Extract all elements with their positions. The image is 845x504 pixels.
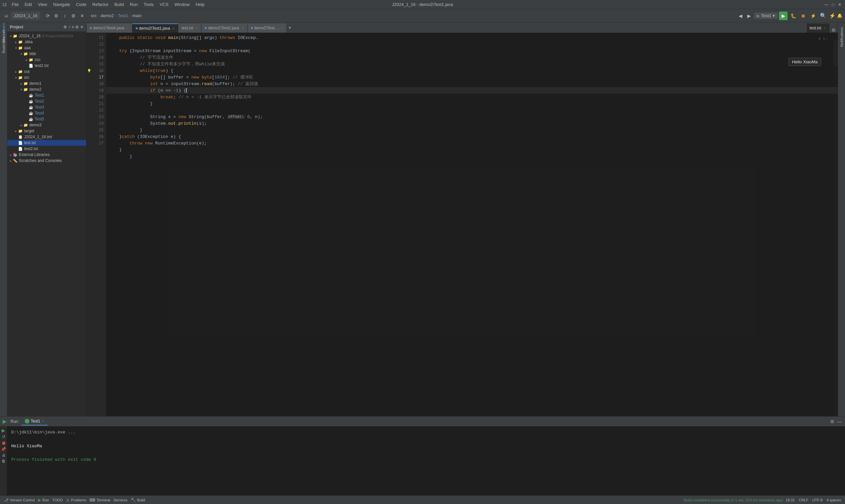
status-terminal[interactable]: ⌨ Terminal (88, 497, 111, 503)
menu-tools[interactable]: Tools (141, 1, 156, 7)
run-tab-close[interactable]: ✕ (41, 419, 44, 423)
project-widget-icon[interactable]: 🗂 (3, 12, 10, 19)
config-icon[interactable]: ⚙ (53, 12, 60, 19)
sync-icon[interactable]: ⟳ (44, 12, 52, 19)
print-icon[interactable]: 🖨 (2, 453, 6, 457)
tree-iml[interactable]: ▸ 📋 J2024_1_16.iml (7, 134, 86, 140)
tree-demo2[interactable]: ▾ 📁 demo2 (7, 86, 86, 92)
breadcrumb-test1[interactable]: Test1 (118, 13, 128, 18)
expand-icon[interactable]: ↕ (61, 12, 69, 19)
tab-test1[interactable]: demo2\Test1.java ✕ (133, 23, 178, 33)
status-indent[interactable]: 4 spaces (825, 498, 842, 503)
filter-icon[interactable]: ≡ (72, 25, 74, 29)
coverage-button[interactable]: ⚡ (809, 12, 817, 20)
sidebar-bookmarks-icon[interactable]: Bookmarks (0, 41, 7, 48)
tree-test4[interactable]: ▸ ☕ Test4 (7, 110, 86, 116)
menu-edit[interactable]: Edit (22, 1, 35, 7)
menu-file[interactable]: File (9, 1, 21, 7)
tab-run-test1[interactable]: Test1 ✕ (21, 418, 48, 426)
tree-src[interactable]: ▾ 📁 src (7, 74, 86, 80)
breadcrumb-src[interactable]: src (91, 13, 97, 18)
tree-test2txt-bbb[interactable]: ▸ 📄 test2.txt (7, 63, 86, 69)
tab-close-testtxt[interactable]: ✕ (195, 26, 198, 30)
menu-help[interactable]: Help (193, 1, 207, 7)
stop-button[interactable]: ⏹ (799, 12, 807, 20)
tree-test2[interactable]: ▸ ☕ Test2 (7, 98, 86, 104)
menu-code[interactable]: Code (73, 1, 89, 7)
power-save-icon[interactable]: ⚡ (829, 13, 836, 19)
tab-close-test4[interactable]: ✕ (126, 26, 129, 30)
tab-close-test1[interactable]: ✕ (172, 27, 175, 30)
status-charset[interactable]: UTF-8 (811, 498, 824, 503)
menu-view[interactable]: View (35, 1, 50, 7)
rerun-icon[interactable]: ↺ (2, 434, 5, 439)
tab-pinned-txt[interactable]: test.txt ✓ (806, 23, 829, 33)
status-run[interactable]: ▶ Run (37, 497, 50, 503)
minimize-button[interactable]: — (824, 2, 829, 7)
code-lines[interactable]: public static void main(String[] args) t… (106, 33, 838, 416)
tree-ext-libs[interactable]: ▸ 📚 External Libraries (7, 152, 86, 158)
menu-navigate[interactable]: Navigate (51, 1, 73, 7)
close-panel-icon[interactable]: ✕ (78, 12, 86, 19)
status-services[interactable]: Services (112, 498, 129, 503)
menu-vcs[interactable]: VCS (157, 1, 171, 7)
gear-icon[interactable]: ⚙ (75, 25, 79, 29)
minimize-panel-icon[interactable]: — (837, 418, 842, 425)
tree-testtxt[interactable]: ▸ 📄 test.txt (7, 140, 86, 146)
run-button[interactable]: ▶ (779, 12, 788, 20)
menu-window[interactable]: Window (172, 1, 192, 7)
stop-run-icon[interactable]: ⏹ (1, 440, 6, 446)
pin-tab-icon[interactable]: 📌 (1, 447, 6, 452)
play-icon[interactable]: ▶ (3, 418, 6, 425)
sort-icon[interactable]: ↕ (68, 25, 70, 29)
clear-icon[interactable]: 🗑 (2, 459, 6, 464)
tab-testtxt[interactable]: test.txt ✕ (178, 23, 201, 33)
menu-refactor[interactable]: Refactor (89, 1, 111, 7)
breadcrumb-demo2[interactable]: demo2 (101, 13, 114, 18)
back-button[interactable]: ◀ (737, 12, 744, 19)
menu-run[interactable]: Run (127, 1, 140, 7)
tree-idea[interactable]: ▸ 📁 .idea (7, 39, 86, 45)
close-button[interactable]: ✕ (837, 2, 842, 7)
code-editor[interactable]: 11 12 13 14 15 (87, 33, 838, 416)
tree-test1[interactable]: ▸ ☕ Test1 (7, 92, 86, 98)
notifications-tab[interactable]: Notifications (839, 24, 845, 50)
debug-button[interactable]: 🐛 (789, 12, 797, 20)
settings-icon[interactable]: ⚙ (70, 12, 77, 19)
tab-close-testdots[interactable]: ✕ (281, 26, 283, 30)
run-config-selector[interactable]: ▶ Test1 ▾ (754, 13, 778, 19)
cog-icon[interactable]: ⚙ (64, 25, 67, 29)
tree-root[interactable]: ▾ 📁 J2024_1_16 D:\Project\JAVA\2024 (7, 33, 86, 39)
tree-scratches[interactable]: ▸ ✏️ Scratches and Consoles (7, 158, 86, 164)
tree-target[interactable]: ▸ 📁 target (7, 128, 86, 134)
status-todo[interactable]: TODO (51, 498, 64, 503)
tree-bbb[interactable]: ▾ 📁 bbb (7, 51, 86, 57)
menu-build[interactable]: Build (112, 1, 127, 7)
close-panel-icon[interactable]: ✕ (80, 25, 84, 29)
tab-test2[interactable]: demo2\Test2.java ✕ (201, 23, 247, 33)
tab-test4[interactable]: demo1\Test4.java ✕ (87, 23, 133, 33)
notifications-icon[interactable]: 🔔 (837, 13, 842, 18)
tab-close-test2[interactable]: ✕ (241, 26, 244, 30)
tree-test3[interactable]: ▸ ☕ Test3 (7, 104, 86, 110)
breadcrumb-main[interactable]: main (133, 13, 142, 18)
tree-ccc[interactable]: ▸ 📁 ccc (7, 57, 86, 63)
tab-settings-icon[interactable]: ⚙ (829, 28, 838, 33)
tree-demo3[interactable]: ▸ 📁 demo3 (7, 122, 86, 128)
search-everywhere-icon[interactable]: 🔍 (818, 11, 828, 20)
status-problems[interactable]: ⚠ Problems (65, 497, 87, 503)
status-position[interactable]: 16:31 (785, 498, 796, 503)
status-version-control[interactable]: ⎇ Version Control (3, 497, 36, 503)
tabs-overflow-btn[interactable]: ▾ (287, 25, 293, 30)
forward-button[interactable]: ▶ (746, 12, 753, 19)
project-name-label[interactable]: J2024_1_16 (11, 12, 40, 19)
maximize-button[interactable]: □ (830, 2, 836, 7)
tab-testdots[interactable]: demo2\Test… ✕ (248, 23, 287, 33)
hint-bulb-icon[interactable]: 💡 (87, 69, 91, 73)
tree-out[interactable]: ▸ 📁 out (7, 69, 86, 74)
settings-icon-run[interactable]: ⚙ (829, 418, 835, 425)
run-again-icon[interactable]: ▶ (2, 428, 5, 433)
tree-aaa[interactable]: ▾ 📁 aaa (7, 45, 86, 51)
tree-test2txt[interactable]: ▸ 📄 test2.txt (7, 146, 86, 152)
status-build[interactable]: 🔨 Build (129, 497, 146, 503)
